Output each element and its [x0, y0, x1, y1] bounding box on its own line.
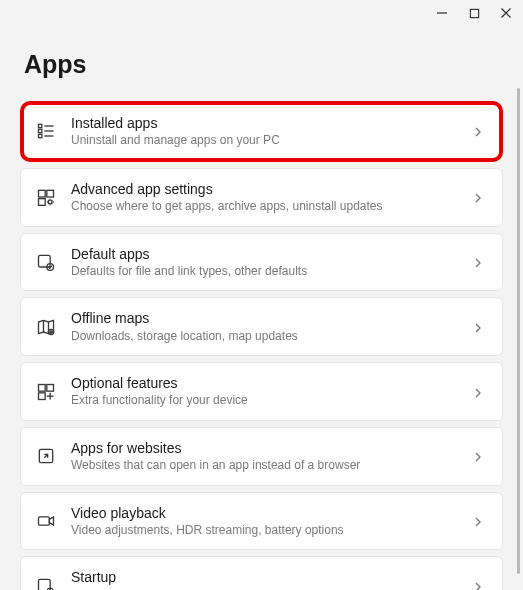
item-startup[interactable]: Startup Apps that start automatically wh…	[20, 556, 503, 590]
maximize-button[interactable]	[467, 6, 481, 20]
item-desc: Uninstall and manage apps on your PC	[71, 133, 458, 149]
chevron-right-icon	[472, 255, 486, 269]
chevron-right-icon	[472, 514, 486, 528]
offline-maps-icon	[35, 316, 57, 338]
item-title: Optional features	[71, 374, 458, 392]
item-desc: Websites that can open in an app instead…	[71, 458, 458, 474]
chevron-right-icon	[472, 579, 486, 590]
default-apps-icon	[35, 251, 57, 273]
item-text: Video playback Video adjustments, HDR st…	[71, 504, 458, 539]
item-desc: Choose where to get apps, archive apps, …	[71, 199, 458, 215]
item-installed-apps[interactable]: Installed apps Uninstall and manage apps…	[20, 101, 503, 162]
svg-rect-25	[39, 517, 50, 525]
close-button[interactable]	[499, 6, 513, 20]
chevron-right-icon	[472, 385, 486, 399]
svg-rect-1	[470, 9, 478, 17]
svg-rect-12	[39, 199, 46, 206]
video-playback-icon	[35, 510, 57, 532]
svg-rect-20	[47, 384, 54, 391]
item-text: Startup Apps that start automatically wh…	[71, 568, 458, 590]
svg-rect-6	[39, 135, 42, 138]
item-text: Default apps Defaults for file and link …	[71, 245, 458, 280]
item-title: Default apps	[71, 245, 458, 263]
scrollbar[interactable]	[517, 88, 520, 574]
item-advanced-app-settings[interactable]: Advanced app settings Choose where to ge…	[20, 168, 503, 227]
item-default-apps[interactable]: Default apps Defaults for file and link …	[20, 233, 503, 292]
item-text: Optional features Extra functionality fo…	[71, 374, 458, 409]
item-apps-for-websites[interactable]: Apps for websites Websites that can open…	[20, 427, 503, 486]
svg-rect-11	[47, 191, 54, 198]
item-title: Apps for websites	[71, 439, 458, 457]
startup-icon	[35, 575, 57, 590]
item-title: Advanced app settings	[71, 180, 458, 198]
item-title: Installed apps	[71, 114, 458, 132]
minimize-button[interactable]	[435, 6, 449, 20]
installed-apps-icon	[35, 120, 57, 142]
settings-items: Installed apps Uninstall and manage apps…	[0, 101, 523, 590]
item-title: Startup	[71, 568, 458, 586]
item-offline-maps[interactable]: Offline maps Downloads, storage location…	[20, 297, 503, 356]
item-optional-features[interactable]: Optional features Extra functionality fo…	[20, 362, 503, 421]
svg-rect-14	[39, 255, 51, 267]
svg-rect-5	[39, 130, 42, 133]
item-text: Apps for websites Websites that can open…	[71, 439, 458, 474]
item-desc: Defaults for file and link types, other …	[71, 264, 458, 280]
svg-rect-21	[39, 392, 46, 399]
item-text: Advanced app settings Choose where to ge…	[71, 180, 458, 215]
svg-point-13	[48, 200, 52, 204]
svg-rect-19	[39, 384, 46, 391]
item-video-playback[interactable]: Video playback Video adjustments, HDR st…	[20, 492, 503, 551]
svg-rect-4	[39, 125, 42, 128]
item-text: Installed apps Uninstall and manage apps…	[71, 114, 458, 149]
item-text: Offline maps Downloads, storage location…	[71, 309, 458, 344]
apps-for-websites-icon	[35, 445, 57, 467]
chevron-right-icon	[472, 449, 486, 463]
optional-features-icon	[35, 381, 57, 403]
item-desc: Downloads, storage location, map updates	[71, 329, 458, 345]
chevron-right-icon	[472, 320, 486, 334]
chevron-right-icon	[472, 124, 486, 138]
item-desc: Video adjustments, HDR streaming, batter…	[71, 523, 458, 539]
page-title: Apps	[24, 50, 523, 79]
window-controls	[435, 6, 513, 20]
svg-rect-10	[39, 191, 46, 198]
item-title: Offline maps	[71, 309, 458, 327]
chevron-right-icon	[472, 190, 486, 204]
item-desc: Extra functionality for your device	[71, 393, 458, 409]
item-title: Video playback	[71, 504, 458, 522]
advanced-app-settings-icon	[35, 186, 57, 208]
